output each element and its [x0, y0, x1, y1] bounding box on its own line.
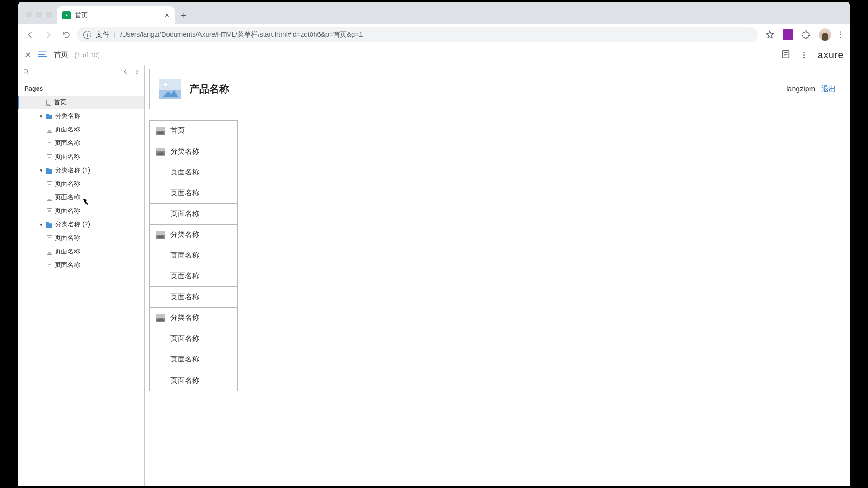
tree-page[interactable]: 页面名称 [18, 204, 144, 218]
extension-icon[interactable] [783, 29, 793, 40]
reload-button[interactable] [59, 27, 74, 42]
menu-subitem[interactable]: 页面名称 [150, 328, 237, 349]
menu-item[interactable]: 首页 [150, 121, 237, 141]
new-tab-button[interactable]: + [175, 10, 192, 24]
page-icon [47, 141, 52, 146]
pages-sidebar: Pages ▼首页▼分类名称页面名称页面名称页面名称▼分类名称 (1)页面名称页… [18, 65, 145, 486]
tree-item-label: 页面名称 [55, 234, 80, 242]
bookmark-icon[interactable] [765, 30, 774, 39]
page-icon [47, 235, 52, 241]
tree-page[interactable]: 页面名称 [18, 245, 144, 258]
page-icon [47, 181, 52, 187]
prototype-menu: 首页分类名称页面名称页面名称页面名称分类名称页面名称页面名称页面名称分类名称页面… [149, 120, 238, 391]
axure-logo: axure [817, 49, 844, 61]
menu-subitem[interactable]: 页面名称 [150, 266, 237, 287]
browser-menu-icon[interactable] [840, 31, 841, 38]
tree-item-label: 页面名称 [55, 126, 80, 134]
menu-item-label: 分类名称 [170, 147, 199, 156]
menu-subitem[interactable]: 页面名称 [150, 183, 237, 204]
page-icon [46, 100, 51, 106]
axure-toolbar: ✕ 首页 (1 of 10) axure [18, 45, 850, 65]
menu-item-label: 页面名称 [170, 355, 199, 364]
site-info-icon[interactable]: i [83, 31, 91, 39]
menu-item-label: 页面名称 [170, 334, 199, 343]
prev-page-icon[interactable] [123, 69, 129, 77]
tree-page[interactable]: 页面名称 [18, 177, 144, 191]
tree-item-label: 页面名称 [55, 261, 80, 269]
menu-subitem[interactable]: 页面名称 [150, 245, 237, 266]
tree-folder[interactable]: ▼分类名称 (2) [18, 218, 144, 231]
tree-page[interactable]: 页面名称 [18, 136, 144, 150]
folder-icon [46, 113, 52, 119]
tree-page[interactable]: 页面名称 [18, 150, 144, 164]
menu-item[interactable]: 分类名称 [150, 141, 237, 162]
page-tree: ▼首页▼分类名称页面名称页面名称页面名称▼分类名称 (1)页面名称页面名称页面名… [18, 96, 144, 272]
menu-item-label: 页面名称 [170, 376, 199, 385]
tree-folder[interactable]: ▼分类名称 (1) [18, 164, 144, 177]
tree-item-label: 分类名称 [55, 112, 80, 120]
menu-subitem[interactable]: 页面名称 [150, 370, 237, 391]
menu-item-label: 页面名称 [170, 292, 199, 302]
tree-page[interactable]: ▼首页 [18, 96, 144, 109]
menu-item-label: 页面名称 [170, 168, 199, 177]
back-button[interactable] [23, 27, 38, 42]
menu-item-label: 页面名称 [170, 209, 199, 219]
folder-icon [46, 221, 52, 228]
axure-more-icon[interactable] [803, 52, 805, 58]
axure-page-count: (1 of 10) [75, 51, 100, 59]
window-maximize-icon[interactable] [46, 12, 52, 17]
svg-point-1 [24, 70, 28, 73]
caret-down-icon[interactable]: ▼ [39, 222, 43, 227]
next-page-icon[interactable] [133, 69, 140, 77]
tree-page[interactable]: 页面名称 [18, 123, 144, 136]
search-icon[interactable] [23, 68, 30, 77]
product-title: 产品名称 [189, 82, 229, 96]
tree-page[interactable]: 页面名称 [18, 191, 144, 204]
menu-item[interactable]: 分类名称 [150, 308, 237, 328]
menu-item-label: 页面名称 [170, 251, 199, 260]
caret-down-icon[interactable]: ▼ [39, 114, 43, 119]
forward-button[interactable] [41, 27, 56, 42]
extensions-menu-icon[interactable] [802, 30, 811, 39]
page-icon [47, 208, 52, 214]
image-placeholder-icon [156, 127, 165, 135]
username-label: langzipm [786, 85, 815, 93]
tab-close-icon[interactable]: × [165, 11, 169, 19]
menu-item-label: 分类名称 [170, 230, 199, 239]
caret-down-icon[interactable]: ▼ [39, 168, 43, 173]
tree-item-label: 页面名称 [55, 139, 80, 147]
menu-item-label: 页面名称 [170, 272, 199, 281]
tree-item-label: 分类名称 (2) [55, 221, 90, 229]
menu-item-label: 首页 [170, 126, 185, 136]
folder-icon [46, 167, 52, 174]
tab-title: 首页 [75, 11, 160, 19]
menu-subitem[interactable]: 页面名称 [150, 287, 237, 308]
page-icon [47, 263, 52, 268]
image-placeholder-icon [156, 231, 165, 239]
menu-item-label: 页面名称 [170, 188, 199, 198]
menu-item[interactable]: 分类名称 [150, 225, 237, 245]
axure-page-title: 首页 [54, 50, 68, 60]
prototype-header: 产品名称 langzipm 退出 [149, 69, 845, 109]
product-logo-icon [159, 79, 181, 99]
browser-tab[interactable]: 首页 × [57, 6, 175, 24]
url-scheme-label: 文件 [96, 30, 109, 39]
tree-page[interactable]: 页面名称 [18, 231, 144, 245]
tree-item-label: 页面名称 [55, 153, 80, 161]
url-input[interactable]: i 文件 | /Users/langzi/Documents/Axure/HTM… [77, 27, 758, 42]
logout-link[interactable]: 退出 [821, 84, 836, 94]
page-icon [47, 249, 52, 255]
tree-folder[interactable]: ▼分类名称 [18, 109, 144, 123]
window-minimize-icon[interactable] [36, 12, 42, 17]
page-icon [47, 154, 52, 160]
sitemap-toggle-icon[interactable] [38, 49, 47, 61]
menu-subitem[interactable]: 页面名称 [150, 162, 237, 183]
profile-avatar[interactable] [819, 28, 831, 41]
menu-subitem[interactable]: 页面名称 [150, 349, 237, 370]
menu-subitem[interactable]: 页面名称 [150, 204, 237, 225]
tree-item-label: 分类名称 (1) [55, 166, 90, 174]
window-close-icon[interactable] [26, 12, 32, 17]
tree-page[interactable]: 页面名称 [18, 258, 144, 272]
panel-close-icon[interactable]: ✕ [24, 50, 31, 60]
notes-icon[interactable] [781, 49, 791, 61]
